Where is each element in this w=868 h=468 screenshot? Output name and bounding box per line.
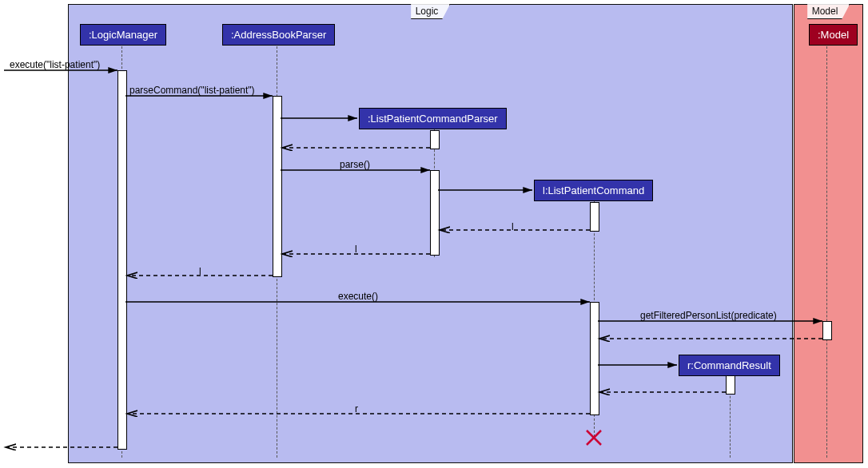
parse-command-msg: parseCommand("list-patient") [129, 85, 255, 96]
list-patient-command-activation-2 [590, 302, 599, 415]
model-participant: :Model [809, 24, 858, 46]
return-l1-msg: l [512, 221, 514, 232]
list-patient-command-parser-participant: :ListPatientCommandParser [359, 108, 507, 129]
execute-cmd-msg: execute() [338, 291, 378, 302]
return-l3-msg: l [199, 266, 201, 277]
list-patient-command-participant: l:ListPatientCommand [534, 180, 653, 201]
list-patient-command-activation-1 [590, 202, 599, 232]
command-result-participant: r:CommandResult [679, 355, 780, 376]
command-result-activation [726, 375, 735, 395]
return-l2-msg: l [355, 244, 357, 255]
address-book-parser-participant: :AddressBookParser [222, 24, 335, 46]
list-patient-command-parser-activation-2 [430, 170, 440, 256]
address-book-parser-activation [273, 96, 282, 277]
logic-frame-label: Logic [411, 4, 451, 19]
model-frame-label: Model [807, 4, 850, 19]
get-filtered-msg: getFilteredPersonList(predicate) [640, 310, 777, 321]
logic-manager-participant: :LogicManager [80, 24, 166, 46]
list-patient-command-parser-activation-1 [430, 130, 440, 149]
return-r-msg: r [355, 403, 358, 414]
execute-msg: execute("list-patient") [10, 59, 100, 70]
parse-msg: parse() [340, 159, 370, 170]
model-activation [822, 321, 832, 340]
logic-manager-activation [117, 70, 127, 450]
model-frame: Model [794, 4, 863, 463]
model-lifeline [826, 46, 827, 458]
